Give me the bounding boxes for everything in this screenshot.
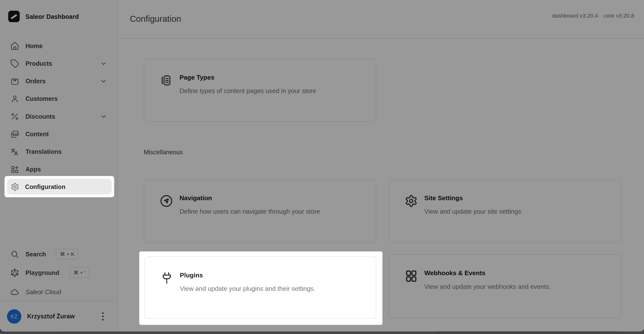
plug-icon [160, 271, 174, 285]
viewport: Saleor Dashboard Home Products [0, 0, 644, 334]
plugins-spotlight: Plugins View and update your plugins and… [139, 251, 383, 325]
gear-icon [11, 182, 19, 191]
sidebar-item-configuration[interactable]: Configuration [7, 179, 112, 194]
card-title: Plugins [180, 271, 203, 279]
sidebar-item-label: Configuration [25, 183, 65, 190]
configuration-spotlight: Configuration [4, 176, 114, 197]
card-description: View and update your plugins and their s… [180, 285, 316, 293]
app-window: Saleor Dashboard Home Products [0, 0, 644, 331]
card-plugins[interactable]: Plugins View and update your plugins and… [144, 256, 376, 319]
